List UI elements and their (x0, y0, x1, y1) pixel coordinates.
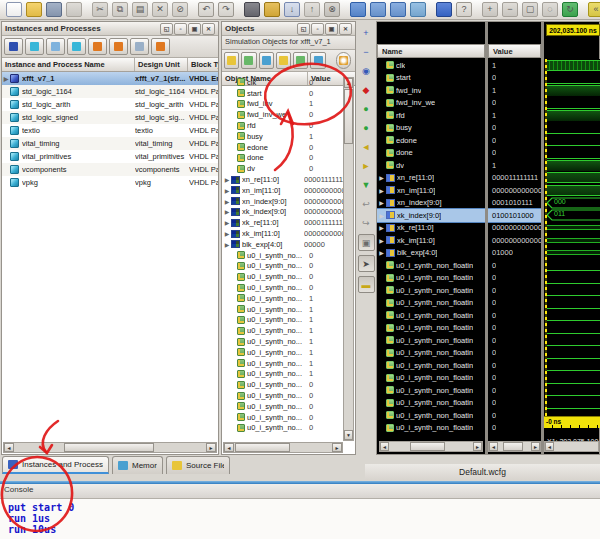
expand-arrow-icon[interactable]: ▶ (2, 75, 10, 82)
paste-icon[interactable]: ▤ (132, 2, 148, 17)
instances-row[interactable]: vital_primitivesvital_primitivesVHDL Pac (2, 150, 218, 163)
wave-signal-value[interactable]: 0 (488, 272, 541, 285)
redo-icon[interactable]: ↷ (218, 2, 234, 17)
objects-row[interactable]: u0_i_synth_no...1 (223, 347, 343, 358)
scroll-thumb[interactable] (64, 443, 154, 452)
wave-signal-value[interactable]: 0 (488, 284, 541, 297)
zoom-out-icon[interactable]: − (359, 44, 374, 59)
wave-signal-name[interactable]: clk (377, 59, 485, 72)
wave-signal-value[interactable]: 0 (488, 72, 541, 85)
wave-values-hscrollbar[interactable]: ◄ ► (488, 441, 541, 452)
objects-row[interactable]: ▶xk_im[11:0]000000000000 (223, 228, 343, 239)
expand-arrow-icon[interactable]: ▶ (377, 224, 386, 231)
clock-button[interactable] (336, 52, 351, 69)
wave-signal-name[interactable]: u0_i_synth_non_floatin (377, 272, 485, 285)
wave-signal-value[interactable]: 0 (488, 322, 541, 335)
objects-row[interactable]: rfd0 (223, 120, 343, 131)
objects-row[interactable]: u0_i_synth_no...0 (223, 412, 343, 423)
scroll-right-icon[interactable]: ► (473, 442, 482, 451)
expand-arrow-icon[interactable]: ▶ (377, 237, 386, 244)
wave-signal-name[interactable]: u0_i_synth_non_floatin (377, 384, 485, 397)
wave-area-hscrollbar[interactable]: ◄ (544, 441, 599, 452)
scroll-right-icon[interactable]: ► (206, 443, 216, 452)
wave-cursor-line[interactable] (545, 59, 547, 416)
copy-icon[interactable]: ⧉ (112, 2, 128, 17)
wave-signal-value[interactable]: 0 (488, 359, 541, 372)
scroll-right-icon[interactable]: ► (531, 442, 540, 451)
wave-signal-name[interactable]: ▶xn_im[11:0] (377, 184, 485, 197)
step-button[interactable] (67, 38, 86, 55)
wave-signal-value[interactable]: 0 (488, 259, 541, 272)
wave-signal-value[interactable]: 000011111111 (488, 172, 541, 185)
objects-row[interactable]: ▶xn_index[9:0]0000000000 (223, 196, 343, 207)
float-panel-icon[interactable]: ◱ (160, 23, 173, 35)
column-header-1[interactable]: Design Unit (135, 58, 188, 71)
close-panel-icon[interactable]: ✕ (202, 23, 215, 35)
objects-row[interactable]: u0_i_synth_no...0 (223, 282, 343, 293)
expand-arrow-icon[interactable]: ▶ (377, 199, 386, 206)
wave-signal-value[interactable]: 0 (488, 397, 541, 410)
objects-row[interactable]: u0_i_synth_no...0 (223, 390, 343, 401)
scroll-right-icon[interactable]: ► (332, 443, 342, 452)
layer-windows-icon[interactable] (410, 2, 426, 17)
instances-row[interactable]: vital_timingvital_timingVHDL Pac (2, 137, 218, 150)
run-for-time-button[interactable] (46, 38, 65, 55)
wave-column-header-name[interactable]: Name (377, 44, 485, 58)
cascade-windows-icon[interactable] (350, 2, 366, 17)
tab-source-files[interactable]: Source Files (166, 456, 230, 474)
expand-arrow-icon[interactable]: ▶ (223, 198, 231, 205)
objects-row[interactable]: ▶xk_re[11:0]000011111111 (223, 217, 343, 228)
wave-signal-name[interactable]: ▶xk_re[11:0] (377, 222, 485, 235)
go-start-icon[interactable]: ● (359, 101, 374, 116)
expand-arrow-icon[interactable]: ▶ (223, 230, 231, 237)
wave-signal-name[interactable]: u0_i_synth_non_floatin (377, 284, 485, 297)
zoom-in-icon[interactable]: + (482, 2, 498, 17)
view-outputs-button[interactable] (241, 52, 256, 69)
objects-row[interactable]: clk0 (223, 77, 343, 88)
view-inouts-button[interactable] (259, 52, 274, 69)
next-transition-icon[interactable]: ► (359, 158, 374, 173)
restore-panel-icon[interactable]: ▫ (311, 23, 324, 35)
wave-signal-name[interactable]: u0_i_synth_non_floatin (377, 359, 485, 372)
wave-signal-value[interactable]: 01000 (488, 247, 541, 260)
wave-signal-name[interactable]: u0_i_synth_non_floatin (377, 297, 485, 310)
instances-hscrollbar[interactable]: ◄ ► (3, 442, 217, 453)
view-constants-button[interactable] (293, 52, 308, 69)
objects-row[interactable]: u0_i_synth_no...1 (223, 304, 343, 315)
find-prev-icon[interactable]: ↑ (304, 2, 320, 17)
zoom-in-icon[interactable]: + (359, 25, 374, 40)
instances-row[interactable]: std_logic_1164std_logic_1164VHDL Pac (2, 85, 218, 98)
objects-row[interactable]: u0_i_synth_no...0 (223, 401, 343, 412)
view-inputs-button[interactable] (224, 52, 239, 69)
wave-signal-value[interactable]: 1 (488, 59, 541, 72)
float-panel-icon[interactable]: ◱ (297, 23, 310, 35)
objects-row[interactable]: ▶blk_exp[4:0]00000 (223, 239, 343, 250)
objects-row[interactable]: done0 (223, 153, 343, 164)
wave-signal-name[interactable]: edone (377, 134, 485, 147)
tab-memory[interactable]: Memory (112, 456, 163, 474)
close-panel-icon[interactable]: ✕ (339, 23, 352, 35)
objects-row[interactable]: u0_i_synth_no...0 (223, 423, 343, 434)
expand-arrow-icon[interactable]: ▶ (223, 208, 231, 215)
wave-signal-name[interactable]: u0_i_synth_non_floatin (377, 309, 485, 322)
wave-signal-name[interactable]: u0_i_synth_non_floatin (377, 259, 485, 272)
view-internals-button[interactable] (276, 52, 291, 69)
restart-button[interactable] (4, 38, 23, 55)
wave-signal-name[interactable]: ▶xk_im[11:0] (377, 234, 485, 247)
objects-row[interactable]: ▶xn_re[11:0]000011111111 (223, 174, 343, 185)
wave-signal-name[interactable]: start (377, 72, 485, 85)
objects-row[interactable]: u0_i_synth_no...1 (223, 293, 343, 304)
prev-transition-icon[interactable]: ◄ (359, 139, 374, 154)
maximize-panel-icon[interactable]: ▣ (325, 23, 338, 35)
wave-signal-name[interactable]: ▶xn_index[9:0] (377, 197, 485, 210)
column-header-0[interactable]: Instance and Process Name (2, 58, 135, 71)
expand-arrow-icon[interactable]: ▶ (377, 212, 386, 219)
scroll-left-icon[interactable]: ◄ (380, 442, 389, 451)
run-all-button[interactable] (25, 38, 44, 55)
wave-signal-name[interactable]: rfd (377, 109, 485, 122)
print-icon[interactable] (66, 2, 82, 17)
instances-row[interactable]: std_logic_signedstd_logic_sig...VHDL Pac (2, 111, 218, 124)
instances-row[interactable]: std_logic_arithstd_logic_arithVHDL Pac (2, 98, 218, 111)
objects-vscrollbar[interactable]: ▲ ▼ (343, 77, 354, 441)
wave-signal-name[interactable]: ▶blk_exp[4:0] (377, 247, 485, 260)
